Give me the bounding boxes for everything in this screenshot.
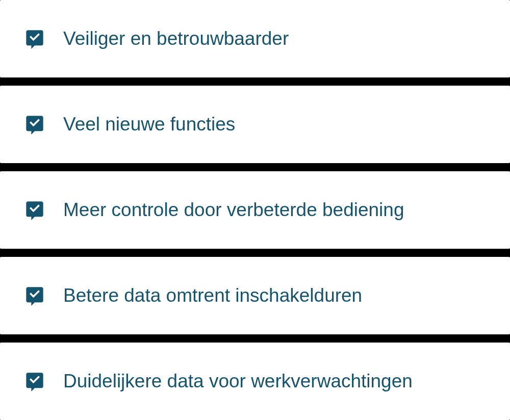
- check-bubble-icon: [24, 285, 45, 306]
- feature-card: Meer controle door verbeterde bediening: [0, 171, 510, 249]
- check-bubble-icon: [24, 114, 45, 135]
- feature-label: Betere data omtrent inschakelduren: [63, 283, 362, 308]
- check-bubble-icon: [24, 371, 45, 391]
- feature-card: Betere data omtrent inschakelduren: [0, 257, 510, 334]
- feature-card: Duidelijkere data voor werkverwachtingen: [0, 343, 510, 420]
- feature-card: Veel nieuwe functies: [0, 86, 510, 163]
- feature-card: Veiliger en betrouwbaarder: [0, 0, 510, 77]
- feature-label: Meer controle door verbeterde bediening: [63, 197, 404, 223]
- feature-label: Veiliger en betrouwbaarder: [63, 26, 289, 51]
- check-bubble-icon: [24, 29, 45, 49]
- feature-label: Veel nieuwe functies: [63, 112, 235, 137]
- check-bubble-icon: [24, 200, 45, 220]
- feature-label: Duidelijkere data voor werkverwachtingen: [63, 369, 413, 394]
